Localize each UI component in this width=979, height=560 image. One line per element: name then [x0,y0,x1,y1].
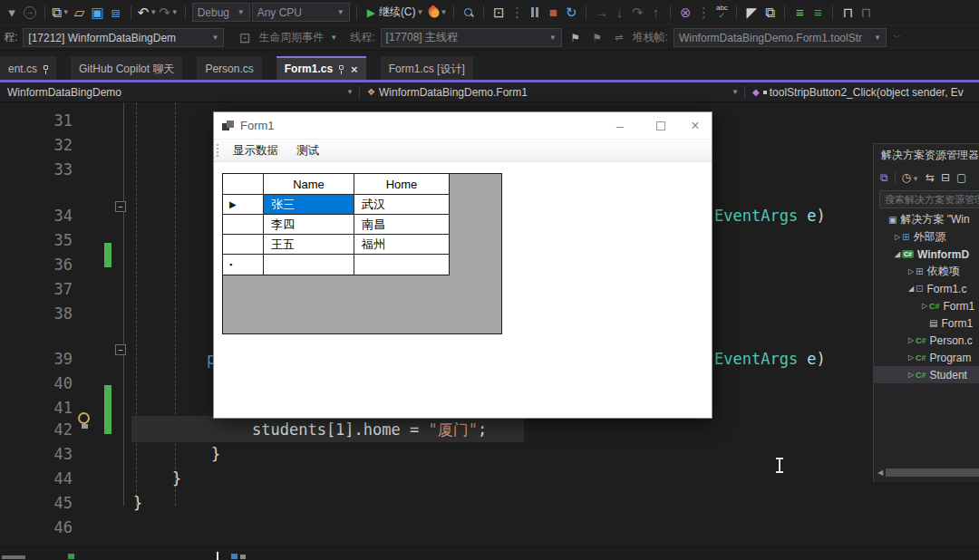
collapse-region-button[interactable]: − [115,344,126,355]
cell-home[interactable]: 武汉 [354,195,449,214]
cell-home-empty[interactable] [354,255,449,275]
chevron-expanded-icon[interactable]: ◢ [893,250,902,258]
flag-threads-icon[interactable]: ⚑ [589,28,606,48]
maximize-button[interactable] [646,112,675,139]
pointer-select-icon[interactable]: ◤ [743,3,760,23]
solution-platform-combo[interactable]: Any CPU▼ [252,3,350,22]
tree-item-form1[interactable]: ▤Form1 [874,314,979,332]
cell-name[interactable]: 王五 [264,235,354,254]
process-combo[interactable]: [17212] WinformDataBingDem▼ [23,28,224,47]
lifecycle-events-button[interactable]: 生命周期事件 [258,30,324,45]
cell-home[interactable]: 福州 [354,235,449,254]
form1-app-window[interactable]: Form1 – × 显示数据 测试 NameHome▶张三武汉李四南昌王五福州▪ [213,111,712,419]
bookmark-folder-icon[interactable]: ⊓ [858,3,874,23]
tree-item--win[interactable]: ▣解决方案 "Win [874,211,979,228]
column-header-name[interactable]: Name [264,174,354,194]
tab-person-cs[interactable]: Person.cs [197,56,261,80]
run-to-cursor-icon[interactable]: ↑ [647,3,664,23]
close-icon[interactable]: × [351,63,358,75]
grid-data-row[interactable]: ▶张三武汉 [223,195,449,215]
spell-check-icon[interactable]: abc✓ [713,3,730,23]
stackframe-combo[interactable]: WinformDataBingDemo.Form1.toolStr▼ [674,28,887,47]
toolbar-overflow-icon[interactable]: ▾ [4,3,20,23]
grid-data-row[interactable]: 王五福州 [223,235,449,255]
cell-name[interactable]: 李四 [264,215,354,234]
chevron-expanded-icon[interactable]: ◢ [906,285,916,293]
step-into-icon[interactable]: ↓ [611,3,627,23]
scrollbar-thumb[interactable] [886,468,979,477]
step-over-icon[interactable]: → [593,3,609,23]
cell-name-empty[interactable] [264,255,354,275]
bookmark-icon[interactable]: ⊓ [839,3,856,23]
step-out-icon[interactable]: ↷ [629,3,645,23]
grid-data-row[interactable]: 李四南昌 [223,215,449,235]
breadcrumb-type[interactable]: ❖ WinformDataBingDemo.Form1 ▼ [360,82,744,101]
column-header-home[interactable]: Home [354,174,449,194]
solution-configuration-combo[interactable]: Debug▼ [192,3,250,22]
form1-titlebar[interactable]: Form1 – × [214,112,712,140]
break-all-icon[interactable] [527,3,543,23]
test-button[interactable]: 测试 [288,140,327,161]
copy-icon[interactable]: ⧉ [761,3,778,23]
datagridview[interactable]: NameHome▶张三武汉李四南昌王五福州▪ [222,173,502,334]
breadcrumb-member[interactable]: ◆ toolStripButton2_Click(object sender, … [745,82,979,101]
close-button[interactable]: × [681,112,710,139]
toggle-flagged-icon[interactable]: ⇌ [611,28,627,48]
tree-item-winformd[interactable]: ◢C#WinformD [874,246,979,263]
new-project-icon[interactable]: ⧉▼ [52,3,70,23]
row-header-cell[interactable]: ▪ [223,255,264,275]
collapse-all-icon[interactable]: ⊟ [941,171,950,184]
redo-icon[interactable]: ↷▼ [159,3,179,23]
cell-name[interactable]: 张三 [264,195,354,214]
minimize-button[interactable]: – [606,112,635,139]
restart-icon[interactable]: ↻ [563,3,579,23]
horizontal-scrollbar[interactable]: ◀ [875,467,979,478]
open-file-icon[interactable]: ▱ [72,3,88,23]
tab-form1-cs-[interactable]: Form1.cs [设计] [381,56,473,80]
dots-column-icon[interactable]: ⋮ [509,3,525,23]
format-document-icon[interactable]: ≡ [791,3,808,23]
chevron-down-icon[interactable]: ▼ [330,34,337,42]
tree-item-person-c[interactable]: ▷C#Person.c [874,332,979,349]
chevron-collapsed-icon[interactable]: ▷ [906,371,916,379]
find-in-files-icon[interactable] [460,3,477,23]
show-data-button[interactable]: 显示数据 [225,140,286,161]
save-icon[interactable]: ▣ [90,3,106,23]
sync-with-active-document-icon[interactable]: ⇆ [926,171,935,184]
grid-new-row[interactable]: ▪ [223,255,449,275]
stop-debugging-icon[interactable]: ■ [545,3,561,23]
code-map-icon[interactable]: ⊗ [677,3,693,23]
row-header-cell[interactable]: ▶ [223,195,264,214]
flag-icon[interactable]: ⚑ [567,28,584,48]
quick-actions-lightbulb-icon[interactable] [78,412,92,430]
row-header-cell[interactable] [223,215,264,234]
thread-combo[interactable]: [17708] 主线程▼ [381,28,562,47]
tree-item--[interactable]: ▷⊞外部源 [874,228,979,246]
breadcrumb-project[interactable]: WinformDataBingDemo ▼ [0,82,359,101]
chevron-collapsed-icon[interactable]: ▷ [906,353,916,362]
chevron-collapsed-icon[interactable]: ▷ [893,233,902,241]
row-header-cell[interactable] [223,235,264,254]
chevron-collapsed-icon[interactable]: ▷ [906,336,916,344]
solution-explorer-search-input[interactable] [879,190,979,208]
switch-views-icon[interactable]: ⧉ [880,171,888,184]
tab-github-copilot-[interactable]: GitHub Copilot 聊天 [71,56,182,80]
chevron-collapsed-icon[interactable]: ▷ [920,302,929,310]
undo-icon[interactable]: ↶▼ [138,3,158,23]
properties-icon[interactable]: ▢ [956,171,966,184]
tree-item-form1[interactable]: ▷C#Form1 [874,297,979,314]
tab-ent-cs[interactable]: ent.cs [0,56,56,80]
dots-column-icon-2[interactable]: ⋮ [695,3,712,23]
save-all-icon[interactable]: ⧈ [108,3,124,23]
cell-home[interactable]: 南昌 [354,215,449,234]
continue-button[interactable]: ▶继续(C)▼ [363,5,428,20]
tree-item-student[interactable]: ▷C#Student [874,366,979,383]
navigate-forward-icon[interactable]: → [22,3,38,23]
tab-form1-cs[interactable]: Form1.cs× [276,56,366,80]
tree-item-form1-c[interactable]: ◢⊡Form1.c [874,280,979,297]
show-next-statement-icon[interactable]: ⊡ [490,3,507,23]
hot-reload-icon[interactable]: ▼ [429,3,447,23]
tree-item-program[interactable]: ▷C#Program [874,349,979,366]
format-selection-icon[interactable]: ≡ [809,3,826,23]
collapse-region-button[interactable]: − [115,201,126,212]
